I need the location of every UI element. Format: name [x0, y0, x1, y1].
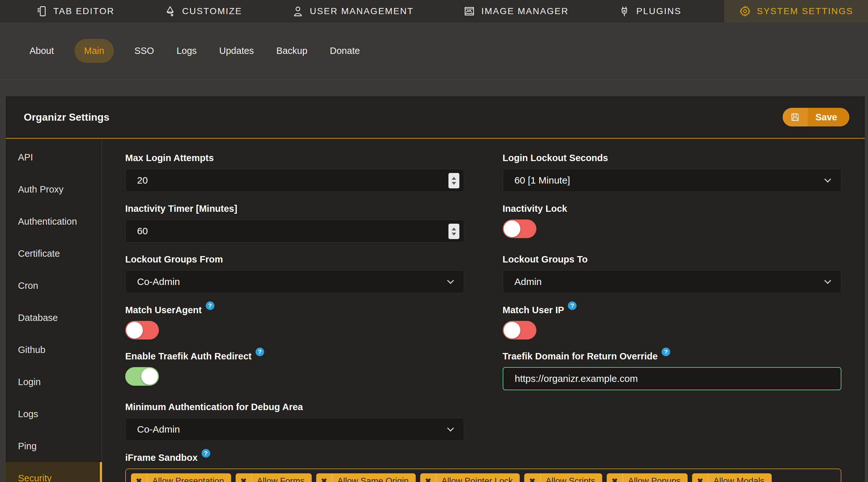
- user-icon: [292, 5, 304, 17]
- spinner-up-icon[interactable]: [452, 227, 456, 230]
- tag-label: Allow Same Origin: [332, 476, 416, 482]
- security-settings-form: Max Login Attempts Login Lockout Seconds: [102, 139, 865, 482]
- sidebar-item[interactable]: API: [6, 141, 101, 173]
- toggle-knob: [141, 368, 158, 385]
- panel-body: API Auth Proxy Authentication Certificat…: [6, 139, 865, 482]
- save-button[interactable]: Save: [783, 108, 849, 126]
- sidebar-item[interactable]: Auth Proxy: [6, 173, 101, 205]
- field-lockout-groups-to: Lockout Groups To Admin: [503, 254, 842, 293]
- nav-label: PLUGINS: [636, 6, 681, 17]
- field-iframe-sandbox: iFrame Sandbox ? ✖ Allow Presentation: [125, 452, 841, 482]
- nav-user-management[interactable]: USER MANAGEMENT: [285, 0, 421, 23]
- sidebar-item[interactable]: Logs: [6, 398, 101, 430]
- panel-header: Organizr Settings Save: [6, 96, 865, 139]
- sandbox-tag: ✖ Allow Pointer Lock: [420, 473, 520, 482]
- spinner-up-icon[interactable]: [452, 177, 456, 180]
- iframe-sandbox-tag-input[interactable]: ✖ Allow Presentation ✖ Allow Forms: [125, 469, 841, 482]
- tag-label: Allow Scripts: [540, 476, 602, 482]
- field-label: Inactivity Timer [Minutes]: [125, 203, 464, 214]
- help-icon[interactable]: ?: [202, 449, 210, 458]
- tag-label: Allow Modals: [708, 476, 771, 482]
- lockout-groups-from-select[interactable]: Co-Admin: [125, 270, 464, 293]
- traefik-domain-input[interactable]: [515, 373, 833, 384]
- field-inactivity-timer: Inactivity Timer [Minutes]: [125, 203, 464, 243]
- tag-remove-icon[interactable]: ✖: [420, 473, 436, 482]
- sidebar-item[interactable]: Authentication: [6, 205, 101, 237]
- nav-label: USER MANAGEMENT: [310, 6, 414, 17]
- nav-tab-editor[interactable]: TAB EDITOR: [28, 0, 121, 23]
- nav-label: SYSTEM SETTINGS: [757, 6, 853, 17]
- subnav-link[interactable]: About: [28, 39, 56, 63]
- min-auth-debug-select[interactable]: Co-Admin: [125, 418, 464, 441]
- subnav-link[interactable]: Main: [74, 39, 114, 63]
- field-match-user-ip: Match User IP ?: [503, 304, 842, 340]
- field-label: Enable Traefik Auth Redirect ?: [125, 350, 464, 362]
- max-login-attempts-input[interactable]: [137, 175, 456, 186]
- tag-label: Allow Popups: [623, 476, 688, 482]
- sidebar-item[interactable]: Database: [6, 302, 101, 334]
- subnav-link[interactable]: SSO: [132, 39, 156, 63]
- nav-system-settings[interactable]: SYSTEM SETTINGS: [724, 0, 868, 23]
- subnav-gap: [0, 79, 868, 96]
- sandbox-tag: ✖ Allow Forms: [236, 473, 312, 482]
- match-useragent-toggle[interactable]: [125, 321, 159, 340]
- help-icon[interactable]: ?: [568, 301, 577, 310]
- lockout-groups-to-select[interactable]: Admin: [503, 270, 842, 293]
- field-label: Minimum Authentication for Debug Area: [125, 401, 464, 413]
- number-spinner[interactable]: [448, 173, 459, 188]
- sidebar-item[interactable]: Security: [6, 462, 102, 482]
- nav-customize[interactable]: CUSTOMIZE: [157, 0, 249, 23]
- login-lockout-seconds-select[interactable]: 60 [1 Minute]: [503, 169, 842, 192]
- field-lockout-groups-from: Lockout Groups From Co-Admin: [125, 254, 464, 293]
- sidebar-item[interactable]: Github: [6, 334, 101, 366]
- subnav-link[interactable]: Donate: [328, 39, 362, 63]
- field-label: Max Login Attempts: [125, 152, 464, 164]
- plug-icon: [618, 5, 630, 17]
- subnav-link[interactable]: Backup: [275, 39, 309, 63]
- enable-traefik-auth-redirect-toggle[interactable]: [125, 367, 159, 386]
- sidebar-item[interactable]: Ping: [6, 430, 101, 462]
- field-label: Login Lockout Seconds: [503, 152, 842, 164]
- tag-label: Allow Presentation: [147, 476, 231, 482]
- tag-remove-icon[interactable]: ✖: [131, 473, 147, 482]
- tag-label: Allow Pointer Lock: [436, 476, 520, 482]
- field-label: Match UserAgent ?: [125, 304, 464, 316]
- gear-icon: [739, 5, 751, 17]
- inactivity-timer-input-wrap: [125, 220, 464, 243]
- subnav-link[interactable]: Logs: [175, 39, 199, 63]
- tag-remove-icon[interactable]: ✖: [236, 473, 252, 482]
- help-icon[interactable]: ?: [661, 348, 670, 356]
- field-match-useragent: Match UserAgent ?: [125, 304, 464, 340]
- subnav-link[interactable]: Updates: [217, 39, 256, 63]
- spinner-down-icon[interactable]: [452, 233, 456, 235]
- chevron-down-icon: [447, 277, 454, 284]
- field-max-login-attempts: Max Login Attempts: [125, 152, 464, 192]
- nav-image-manager[interactable]: IMAGE MANAGER: [456, 0, 576, 23]
- tag-remove-icon[interactable]: ✖: [524, 473, 540, 482]
- tag-remove-icon[interactable]: ✖: [607, 473, 623, 482]
- sidebar-item[interactable]: Cron: [6, 269, 101, 302]
- nav-plugins[interactable]: PLUGINS: [611, 0, 688, 23]
- select-value: Co-Admin: [137, 424, 180, 435]
- tag-remove-icon[interactable]: ✖: [316, 473, 332, 482]
- sandbox-tag: ✖ Allow Presentation: [131, 473, 231, 482]
- save-floppy-icon: [783, 108, 808, 126]
- toggle-knob: [126, 322, 143, 339]
- tag-remove-icon[interactable]: ✖: [692, 473, 708, 482]
- help-icon[interactable]: ?: [255, 348, 264, 356]
- inactivity-timer-input[interactable]: [137, 226, 456, 236]
- image-icon: [463, 5, 475, 17]
- sidebar-item[interactable]: Certificate: [6, 237, 101, 269]
- inactivity-lock-toggle[interactable]: [503, 220, 536, 238]
- spinner-down-icon[interactable]: [452, 182, 456, 185]
- sidebar-item[interactable]: Login: [6, 366, 101, 398]
- settings-sidebar: API Auth Proxy Authentication Certificat…: [6, 139, 102, 482]
- number-spinner[interactable]: [448, 224, 459, 239]
- match-user-ip-toggle[interactable]: [503, 321, 536, 340]
- organizr-settings-panel: Organizr Settings Save API Auth Proxy Au…: [6, 96, 865, 482]
- field-min-auth-debug: Minimum Authentication for Debug Area Co…: [125, 401, 464, 441]
- nav-label: CUSTOMIZE: [182, 6, 242, 17]
- help-icon[interactable]: ?: [206, 301, 214, 310]
- sandbox-tag: ✖ Allow Popups: [607, 473, 688, 482]
- chevron-down-icon: [824, 175, 831, 182]
